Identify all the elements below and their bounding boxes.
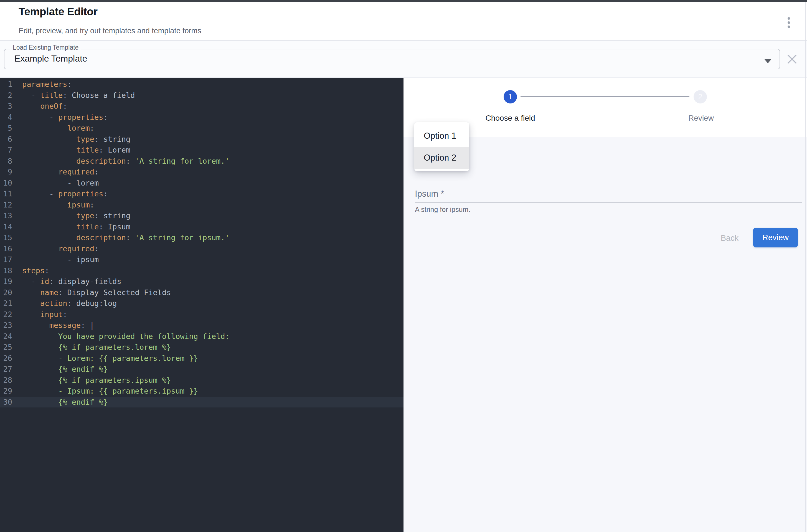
- line-number: 14: [0, 221, 12, 232]
- load-template-label: Load Existing Template: [10, 44, 81, 51]
- load-template-value: Example Template: [15, 54, 88, 64]
- code-text: You have provided the following field:: [12, 331, 230, 342]
- code-text: - id: display-fields: [12, 276, 121, 287]
- code-text: - properties:: [12, 112, 108, 123]
- code-line[interactable]: 18steps:: [0, 265, 404, 276]
- page-title: Template Editor: [19, 5, 97, 18]
- line-number: 22: [0, 309, 12, 320]
- load-template-select[interactable]: [4, 49, 780, 69]
- right-edge-divider: [805, 2, 806, 532]
- code-line[interactable]: 14 title: Ipsum: [0, 221, 404, 232]
- code-line[interactable]: 30 {% endif %}: [0, 397, 404, 408]
- line-number: 10: [0, 177, 12, 189]
- clear-template-button[interactable]: [785, 52, 799, 66]
- code-line[interactable]: 21 action: debug:log: [0, 298, 404, 309]
- code-line[interactable]: 23 message: |: [0, 320, 404, 331]
- code-text: lorem:: [12, 122, 94, 134]
- code-text: message: |: [12, 320, 94, 331]
- line-number: 20: [0, 287, 12, 298]
- dropdown-menu: Option 1Option 2: [414, 122, 469, 171]
- line-number: 6: [0, 134, 12, 145]
- code-line[interactable]: 24 You have provided the following field…: [0, 331, 404, 342]
- code-line[interactable]: 25 {% if parameters.lorem %}: [0, 342, 404, 353]
- code-line[interactable]: 4 - properties:: [0, 112, 404, 123]
- step-2-indicator: 2: [694, 90, 707, 103]
- review-button[interactable]: Review: [753, 228, 798, 247]
- code-text: {% endif %}: [12, 364, 108, 375]
- code-line[interactable]: 5 lorem:: [0, 122, 404, 134]
- code-line[interactable]: 9 required:: [0, 167, 404, 177]
- field-label: Ipsum *: [415, 189, 444, 199]
- line-number: 28: [0, 375, 12, 386]
- code-line[interactable]: 16 required:: [0, 243, 404, 254]
- code-line[interactable]: 22 input:: [0, 309, 404, 320]
- template-form-panel: 1 2 Choose a field Review Option 1Option…: [404, 78, 807, 532]
- line-number: 9: [0, 167, 12, 177]
- back-button[interactable]: Back: [713, 229, 746, 247]
- line-number: 4: [0, 112, 12, 123]
- step-1-label: Choose a field: [455, 114, 566, 122]
- code-text: name: Display Selected Fields: [12, 287, 171, 298]
- line-number: 18: [0, 265, 12, 276]
- code-text: - title: Choose a field: [12, 90, 135, 101]
- code-editor-lines: 1parameters:2 - title: Choose a field3 o…: [0, 79, 404, 407]
- line-number: 27: [0, 364, 12, 375]
- line-number: 1: [0, 79, 12, 90]
- page-header: Template Editor Edit, preview, and try o…: [0, 2, 807, 41]
- line-number: 5: [0, 122, 12, 134]
- line-number: 24: [0, 331, 12, 342]
- code-text: description: 'A string for ipsum.': [12, 232, 230, 243]
- code-line[interactable]: 17 - ipsum: [0, 254, 404, 265]
- code-line[interactable]: 10 - lorem: [0, 177, 404, 189]
- code-line[interactable]: 8 description: 'A string for lorem.': [0, 156, 404, 167]
- code-text: - ipsum: [12, 254, 99, 265]
- code-text: ipsum:: [12, 200, 94, 210]
- line-number: 8: [0, 156, 12, 167]
- code-line[interactable]: 11 - properties:: [0, 188, 404, 200]
- code-line[interactable]: 2 - title: Choose a field: [0, 90, 404, 101]
- code-line[interactable]: 20 name: Display Selected Fields: [0, 287, 404, 298]
- line-number: 12: [0, 200, 12, 210]
- code-line[interactable]: 7 title: Lorem: [0, 145, 404, 156]
- kebab-menu-icon: [788, 17, 790, 28]
- code-text: type: string: [12, 134, 130, 145]
- code-line[interactable]: 29 - Ipsum: {{ parameters.ipsum }}: [0, 385, 404, 397]
- code-line[interactable]: 15 description: 'A string for ipsum.': [0, 232, 404, 243]
- code-line[interactable]: 3 oneOf:: [0, 101, 404, 112]
- line-number: 13: [0, 210, 12, 221]
- code-line[interactable]: 28 {% if parameters.ipsum %}: [0, 375, 404, 386]
- more-options-button[interactable]: [782, 14, 796, 31]
- menu-option[interactable]: Option 1: [414, 125, 469, 147]
- field-helper-text: A string for ipsum.: [415, 206, 470, 213]
- line-number: 16: [0, 243, 12, 254]
- code-text: description: 'A string for lorem.': [12, 156, 230, 167]
- code-line[interactable]: 13 type: string: [0, 210, 404, 221]
- code-line[interactable]: 26 - Lorem: {{ parameters.lorem }}: [0, 353, 404, 364]
- code-line[interactable]: 19 - id: display-fields: [0, 276, 404, 287]
- step-2-label: Review: [646, 114, 756, 122]
- code-line[interactable]: 27 {% endif %}: [0, 364, 404, 375]
- ipsum-select-field[interactable]: Ipsum *: [415, 185, 802, 203]
- code-text: - lorem: [12, 177, 99, 189]
- code-line[interactable]: 1parameters:: [0, 79, 404, 90]
- line-number: 11: [0, 188, 12, 200]
- menu-option[interactable]: Option 2: [414, 147, 469, 169]
- stepper-connector: [520, 96, 689, 97]
- code-text: {% endif %}: [12, 397, 108, 408]
- code-text: required:: [12, 167, 99, 177]
- code-editor[interactable]: 1parameters:2 - title: Choose a field3 o…: [0, 78, 404, 532]
- line-number: 17: [0, 254, 12, 265]
- code-text: title: Lorem: [12, 145, 130, 156]
- code-line[interactable]: 12 ipsum:: [0, 200, 404, 210]
- code-text: {% if parameters.ipsum %}: [12, 375, 171, 386]
- code-text: required:: [12, 243, 99, 254]
- line-number: 29: [0, 385, 12, 397]
- code-text: action: debug:log: [12, 298, 117, 309]
- code-text: - Ipsum: {{ parameters.ipsum }}: [12, 385, 198, 397]
- close-icon: [787, 54, 797, 64]
- code-text: type: string: [12, 210, 130, 221]
- line-number: 25: [0, 342, 12, 353]
- code-line[interactable]: 6 type: string: [0, 134, 404, 145]
- code-text: {% if parameters.lorem %}: [12, 342, 171, 353]
- line-number: 21: [0, 298, 12, 309]
